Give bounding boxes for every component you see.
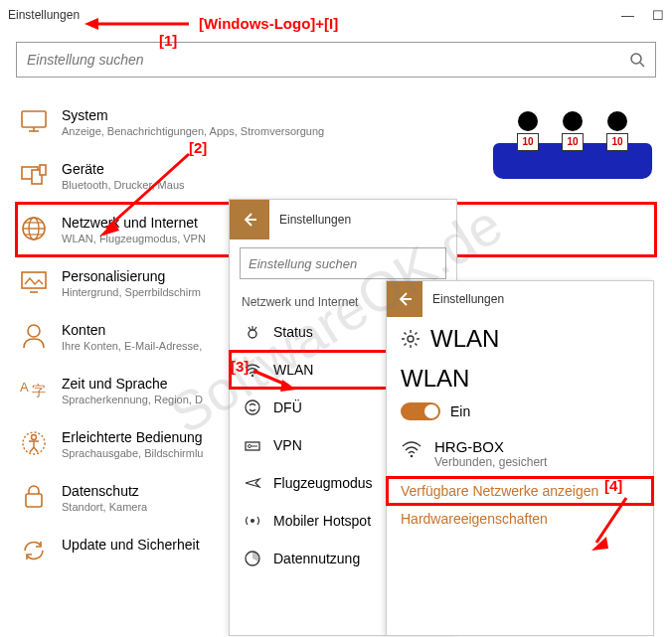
network-status: Verbunden, gesichert <box>434 455 547 469</box>
cat-title: Netzwerk und Internet <box>62 215 206 231</box>
sub1-search-box[interactable] <box>240 247 446 279</box>
wlan-toggle-row: Ein <box>387 398 653 430</box>
svg-text:A: A <box>20 380 29 395</box>
svg-point-21 <box>249 330 256 338</box>
devices-icon <box>20 161 48 189</box>
cat-sub: Standort, Kamera <box>62 501 147 513</box>
search-box[interactable] <box>16 42 656 78</box>
cat-sub: Hintergrund, Sperrbildschirm <box>62 286 201 298</box>
settings-wlan-window: Einstellungen WLAN WLAN Ein HRG-BOX Verb… <box>386 280 654 636</box>
svg-point-29 <box>408 336 414 342</box>
svg-point-30 <box>411 455 414 458</box>
sub1-search-input[interactable] <box>249 256 437 271</box>
svg-point-25 <box>249 445 252 448</box>
account-icon <box>20 322 48 350</box>
privacy-icon <box>20 483 48 511</box>
globe-icon <box>20 215 48 242</box>
search-input[interactable] <box>27 52 629 68</box>
nav-label: VPN <box>273 437 302 453</box>
link-hw-properties[interactable]: Hardwareeigenschaften <box>387 505 653 533</box>
wlan-toggle-label: Ein <box>450 403 470 419</box>
nav-label: DFÜ <box>273 399 302 415</box>
svg-rect-2 <box>22 111 46 127</box>
nav-label: WLAN <box>273 362 313 378</box>
svg-text:字: 字 <box>32 383 46 398</box>
svg-point-27 <box>251 519 254 523</box>
hotspot-icon <box>244 512 261 530</box>
personalize-icon <box>20 268 48 296</box>
cat-title: Datenschutz <box>62 483 147 499</box>
wlan-section-title: WLAN <box>387 355 653 398</box>
titlebar: Einstellungen — ☐ <box>0 0 672 30</box>
nav-label: Flugzeugmodus <box>273 475 373 491</box>
status-icon <box>244 323 261 341</box>
wifi-icon <box>401 438 422 460</box>
nav-label: Datennutzung <box>273 551 360 566</box>
ease-icon <box>20 429 48 457</box>
window-controls: — ☐ <box>621 8 664 23</box>
cat-sub: Ihre Konten, E-Mail-Adresse, <box>62 340 202 352</box>
sub1-header: Einstellungen <box>230 200 456 239</box>
search-icon <box>629 52 645 68</box>
back-button[interactable] <box>230 200 269 239</box>
svg-rect-7 <box>40 165 46 175</box>
cat-sub: Sprachausgabe, Bildschirmlu <box>62 447 203 459</box>
svg-rect-20 <box>26 494 42 507</box>
cat-sub: WLAN, Flugzeugmodus, VPN <box>62 233 206 244</box>
wlan-toggle[interactable] <box>401 402 440 420</box>
svg-point-15 <box>28 325 40 337</box>
connected-network[interactable]: HRG-BOX Verbunden, gesichert <box>387 430 653 477</box>
judges-decoration: 10 10 10 <box>493 99 652 179</box>
cat-sub: Anzeige, Benachrichtigungen, Apps, Strom… <box>62 125 324 137</box>
cat-title: System <box>62 107 324 123</box>
svg-rect-13 <box>22 272 46 288</box>
network-name: HRG-BOX <box>434 438 547 455</box>
sub2-title: Einstellungen <box>432 292 504 306</box>
minimize-button[interactable]: — <box>621 8 634 23</box>
svg-point-23 <box>246 400 259 414</box>
svg-point-19 <box>32 435 37 440</box>
cat-title: Konten <box>62 322 202 338</box>
cat-title: Geräte <box>62 161 185 177</box>
airplane-icon <box>244 474 261 492</box>
cat-title: Personalisierung <box>62 268 201 284</box>
dialup-icon <box>244 398 261 416</box>
data-icon <box>244 550 261 567</box>
gear-icon <box>401 329 420 349</box>
nav-label: Status <box>273 324 313 340</box>
sub1-title: Einstellungen <box>279 213 351 227</box>
back-button[interactable] <box>387 281 422 317</box>
wifi-icon <box>244 361 261 379</box>
cat-title: Erleichterte Bedienung <box>62 429 203 445</box>
display-icon <box>20 107 48 135</box>
nav-label: Mobiler Hotspot <box>273 513 371 529</box>
vpn-icon <box>244 436 261 454</box>
sub2-header: Einstellungen <box>387 281 653 317</box>
cat-sub: Spracherkennung, Region, D <box>62 394 203 405</box>
window-title: Einstellungen <box>8 8 80 22</box>
page-title-row: WLAN <box>387 317 653 355</box>
svg-point-22 <box>252 375 253 377</box>
cat-title: Update und Sicherheit <box>62 537 200 553</box>
page-title: WLAN <box>430 325 499 353</box>
svg-line-1 <box>640 63 644 67</box>
cat-sub: Bluetooth, Drucker, Maus <box>62 179 185 191</box>
update-icon <box>20 537 48 564</box>
time-lang-icon: A字 <box>20 376 48 403</box>
cat-title: Zeit und Sprache <box>62 376 203 392</box>
window-title-text: Einstellungen <box>8 8 80 22</box>
svg-point-0 <box>631 54 641 64</box>
link-show-networks[interactable]: Verfügbare Netzwerke anzeigen <box>387 477 653 505</box>
maximize-button[interactable]: ☐ <box>652 8 664 23</box>
